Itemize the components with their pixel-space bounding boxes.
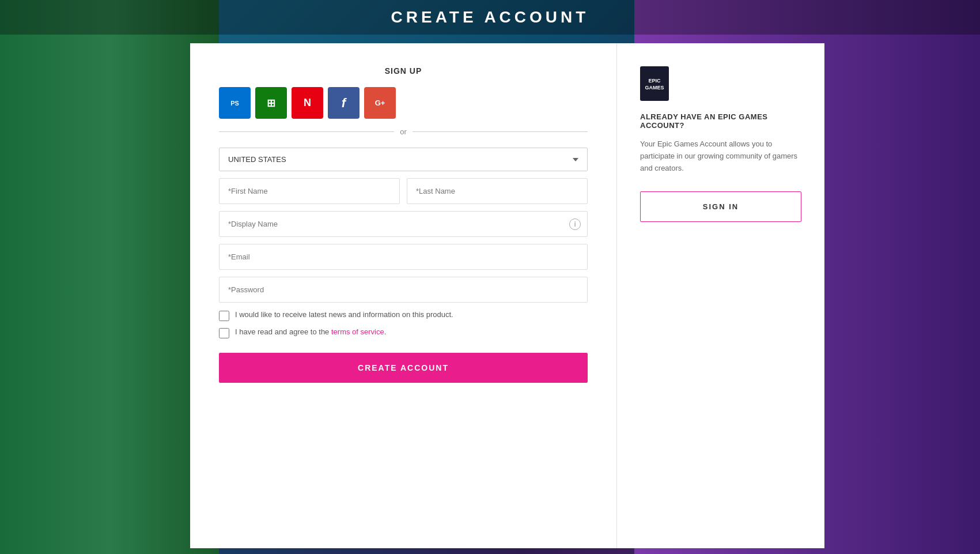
signup-panel: SIGN UP PS ⊞ N f G+ or — [190, 43, 617, 548]
news-checkbox-label: I would like to receive latest news and … — [235, 310, 453, 320]
password-input[interactable] — [219, 277, 588, 303]
playstation-button[interactable]: PS — [219, 87, 251, 119]
terms-checkbox-group: I have read and agree to the terms of se… — [219, 327, 588, 338]
create-account-button[interactable]: CREATE ACCOUNT — [219, 353, 588, 383]
google-button[interactable]: G+ — [364, 87, 396, 119]
epic-games-logo: EPIC GAMES — [640, 66, 669, 101]
terms-checkbox[interactable] — [219, 328, 229, 338]
signin-panel: EPIC GAMES ALREADY HAVE AN EPIC GAMES AC… — [617, 43, 824, 548]
or-divider: or — [219, 127, 588, 136]
email-group — [219, 244, 588, 270]
xbox-button[interactable]: ⊞ — [255, 87, 287, 119]
signup-title: SIGN UP — [219, 66, 588, 76]
terms-label-before: I have read and agree to the — [235, 327, 331, 336]
svg-text:EPIC: EPIC — [648, 78, 661, 84]
google-plus-icon: G+ — [375, 99, 385, 107]
terms-checkbox-label: I have read and agree to the terms of se… — [235, 327, 386, 337]
xbox-icon: ⊞ — [267, 97, 275, 110]
nintendo-button[interactable]: N — [292, 87, 323, 119]
display-name-input[interactable] — [219, 211, 588, 237]
display-name-info-icon[interactable]: i — [569, 218, 581, 230]
terms-of-service-link[interactable]: terms of service — [331, 327, 384, 336]
first-name-input[interactable] — [219, 178, 400, 204]
already-have-account-title: ALREADY HAVE AN EPIC GAMES ACCOUNT? — [640, 112, 801, 130]
already-have-account-desc: Your Epic Games Account allows you to pa… — [640, 138, 801, 174]
facebook-icon: f — [342, 96, 346, 111]
svg-text:GAMES: GAMES — [645, 85, 664, 91]
nintendo-icon: N — [304, 97, 311, 109]
bg-left-panel — [0, 0, 219, 554]
divider-line-right — [413, 131, 588, 132]
name-row — [219, 178, 588, 204]
header-bar: CREATE ACCOUNT — [0, 0, 980, 35]
or-text: or — [400, 127, 407, 136]
social-buttons-row: PS ⊞ N f G+ — [219, 87, 588, 119]
page-title: CREATE ACCOUNT — [391, 8, 589, 27]
sign-in-button[interactable]: SIGN IN — [640, 191, 801, 222]
country-select-group: UNITED STATES CANADA UNITED KINGDOM AUST… — [219, 148, 588, 171]
main-container: SIGN UP PS ⊞ N f G+ or — [190, 43, 824, 548]
last-name-input[interactable] — [407, 178, 588, 204]
country-select[interactable]: UNITED STATES CANADA UNITED KINGDOM AUST… — [219, 148, 588, 171]
svg-rect-0 — [640, 66, 669, 101]
news-checkbox-group: I would like to receive latest news and … — [219, 310, 588, 321]
news-checkbox[interactable] — [219, 311, 229, 321]
display-name-group: i — [219, 211, 588, 237]
password-group — [219, 277, 588, 303]
terms-label-after: . — [384, 327, 387, 336]
facebook-button[interactable]: f — [328, 87, 360, 119]
divider-line-left — [219, 131, 394, 132]
playstation-icon: PS — [230, 100, 239, 107]
email-input[interactable] — [219, 244, 588, 270]
